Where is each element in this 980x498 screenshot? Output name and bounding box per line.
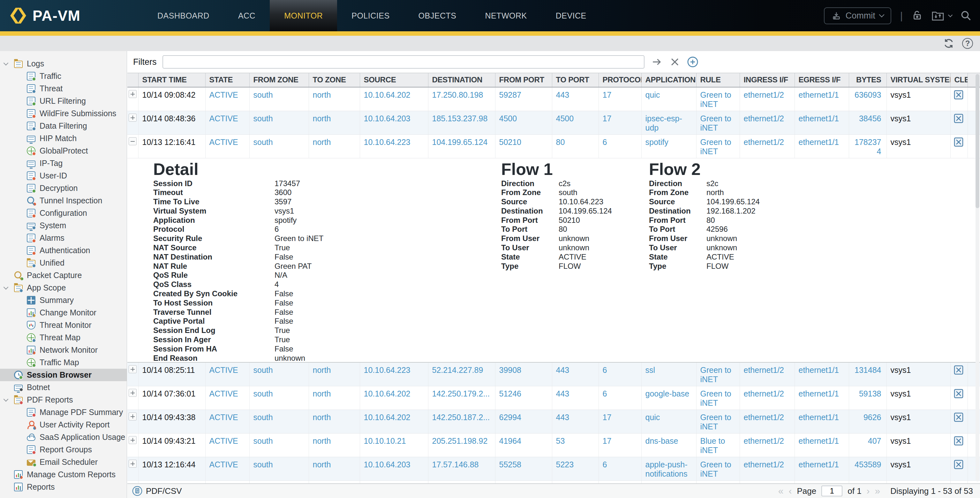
filters-input[interactable] [162, 55, 644, 68]
cell-source[interactable]: 10.10.64.203 [360, 111, 428, 134]
cell-source[interactable]: 10.10.64.223 [360, 362, 428, 386]
sidebar-item-hip-match[interactable]: HIP Match [0, 132, 127, 145]
expand-row-button[interactable] [129, 460, 137, 468]
cell-from-zone[interactable]: south [249, 87, 309, 111]
cell-to-port[interactable]: 5223 [552, 457, 598, 481]
cell-source[interactable]: 10.10.64.202 [360, 386, 428, 410]
cell-egress-if[interactable]: ethernet1/1 [794, 410, 849, 434]
pdf-csv-export-button[interactable]: PDF/CSV [132, 485, 182, 496]
cell-rule[interactable]: Green to iNET [696, 87, 740, 111]
column-header-virtual-system[interactable]: VIRTUAL SYSTEM [886, 73, 950, 87]
sidebar-item-change-monitor[interactable]: Change Monitor [0, 307, 127, 319]
cell-application[interactable]: ipsec-esp-udp [641, 111, 696, 134]
cell-source[interactable]: 10.10.64.203 [360, 457, 428, 481]
page-number-input[interactable] [821, 485, 842, 496]
column-header-destination[interactable]: DESTINATION [428, 73, 495, 87]
sidebar-item-summary[interactable]: Summary [0, 294, 127, 307]
cell-protocol[interactable]: 6 [598, 457, 641, 481]
cell-bytes[interactable]: 1782374 [849, 134, 886, 158]
cell-from-port[interactable]: 52070 [495, 481, 552, 484]
cell-rule[interactable]: Green to iNET [696, 410, 740, 434]
sidebar-item-saas-application-usage[interactable]: SaaS Application Usage [0, 431, 127, 444]
cell-from-port[interactable]: 41964 [495, 434, 552, 457]
cell-state[interactable]: ACTIVE [205, 362, 249, 386]
cell-application[interactable]: apple-push-notifications [641, 457, 696, 481]
cell-to-zone[interactable]: north [309, 386, 360, 410]
lock-icon[interactable] [912, 10, 923, 21]
sidebar-item-manage-custom-reports[interactable]: Manage Custom Reports [0, 468, 127, 481]
sidebar-item-url-filtering[interactable]: URL Filtering [0, 95, 127, 107]
cell-to-zone[interactable]: north [309, 457, 360, 481]
cell-rule[interactable]: Green to iNET [696, 481, 740, 484]
sidebar-item-globalprotect[interactable]: GlobalProtect [0, 145, 127, 157]
cell-destination[interactable]: 104.199.65.124 [428, 134, 495, 158]
column-header-protocol[interactable]: PROTOCOL [598, 73, 641, 87]
cell-egress-if[interactable]: ethernet1/1 [794, 111, 849, 134]
cell-destination[interactable]: 35.160.97.225 [428, 481, 495, 484]
cell-from-port[interactable]: 39908 [495, 362, 552, 386]
sidebar-item-traffic-map[interactable]: Traffic Map [0, 356, 127, 369]
cell-state[interactable]: ACTIVE [205, 386, 249, 410]
sidebar-item-email-scheduler[interactable]: Email Scheduler [0, 456, 127, 468]
cell-bytes[interactable]: 131484 [849, 362, 886, 386]
cell-rule[interactable]: Blue to iNET [696, 434, 740, 457]
expand-row-button[interactable] [129, 365, 137, 373]
cell-rule[interactable]: Green to iNET [696, 386, 740, 410]
cell-ingress-if[interactable]: ethernet1/2 [740, 410, 794, 434]
cell-to-zone[interactable]: north [309, 87, 360, 111]
sidebar-item-unified[interactable]: Unified [0, 257, 127, 269]
chevron-down-icon[interactable] [3, 60, 9, 66]
cell-from-zone[interactable]: south [249, 386, 309, 410]
cell-ingress-if[interactable]: ethernet1/2 [740, 134, 794, 158]
cell-bytes[interactable]: 636093 [849, 87, 886, 111]
clear-session-button[interactable] [950, 87, 967, 111]
vertical-scrollbar[interactable] [975, 74, 979, 481]
cell-source[interactable]: 10.10.64.202 [360, 410, 428, 434]
help-icon[interactable]: ? [962, 38, 973, 49]
cell-from-zone[interactable]: south [249, 410, 309, 434]
cell-to-zone[interactable]: north [309, 410, 360, 434]
cell-egress-if[interactable]: ethernet1/1 [794, 457, 849, 481]
sidebar-item-pdf-reports[interactable]: PDF Reports [0, 394, 127, 406]
cell-to-zone[interactable]: north [309, 111, 360, 134]
cell-destination[interactable]: 185.153.237.98 [428, 111, 495, 134]
cell-destination[interactable]: 17.250.80.198 [428, 87, 495, 111]
tab-dashboard[interactable]: DASHBOARD [143, 0, 224, 31]
cell-from-zone[interactable]: south [249, 362, 309, 386]
cell-egress-if[interactable]: ethernet1/1 [794, 134, 849, 158]
cell-to-port[interactable]: 443 [552, 362, 598, 386]
cell-to-port[interactable]: 443 [552, 481, 598, 484]
cell-application[interactable]: quic [641, 87, 696, 111]
sidebar-item-threat-map[interactable]: Threat Map [0, 331, 127, 344]
sidebar-item-alarms[interactable]: Alarms [0, 232, 127, 244]
cell-state[interactable]: ACTIVE [205, 457, 249, 481]
cell-bytes[interactable]: 453589 [849, 457, 886, 481]
clear-session-button[interactable] [950, 481, 967, 484]
cell-protocol[interactable]: 6 [598, 386, 641, 410]
clear-session-button[interactable] [950, 134, 967, 158]
sidebar-item-reports[interactable]: Reports [0, 481, 127, 493]
cell-protocol[interactable]: 17 [598, 111, 641, 134]
expand-row-button[interactable] [129, 412, 137, 420]
tab-network[interactable]: NETWORK [471, 0, 541, 31]
sidebar-item-logs[interactable]: Logs [0, 57, 127, 70]
chevron-down-icon[interactable] [948, 13, 953, 17]
expand-row-button[interactable] [129, 90, 137, 98]
sidebar-item-packet-capture[interactable]: Packet Capture [0, 269, 127, 282]
cell-bytes[interactable]: 407 [849, 434, 886, 457]
cell-state[interactable]: ACTIVE [205, 434, 249, 457]
cell-rule[interactable]: Green to iNET [696, 134, 740, 158]
cell-from-port[interactable]: 62994 [495, 410, 552, 434]
cell-from-port[interactable]: 4500 [495, 111, 552, 134]
cell-state[interactable]: ACTIVE [205, 481, 249, 484]
cell-ingress-if[interactable]: ethernet1/2 [740, 87, 794, 111]
cell-protocol[interactable]: 6 [598, 481, 641, 484]
cell-protocol[interactable]: 17 [598, 410, 641, 434]
column-header-state[interactable]: STATE [205, 73, 249, 87]
refresh-icon[interactable] [943, 38, 955, 49]
sidebar-item-authentication[interactable]: Authentication [0, 244, 127, 257]
sidebar-item-data-filtering[interactable]: Data Filtering [0, 120, 127, 132]
cell-from-zone[interactable]: south [249, 111, 309, 134]
cell-protocol[interactable]: 17 [598, 434, 641, 457]
cell-bytes[interactable]: 8932 [849, 481, 886, 484]
